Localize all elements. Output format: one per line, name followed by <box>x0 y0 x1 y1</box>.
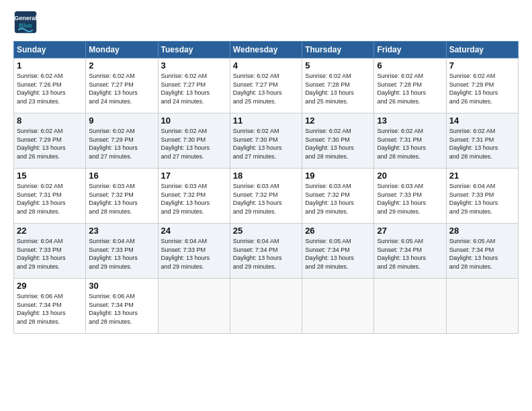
cell-content: Sunrise: 6:02 AMSunset: 7:28 PMDaylight:… <box>377 72 443 105</box>
calendar-week-row: 1Sunrise: 6:02 AMSunset: 7:26 PMDaylight… <box>14 58 519 113</box>
day-number: 23 <box>89 226 154 236</box>
day-of-week-header: Sunday <box>14 42 86 58</box>
day-number: 28 <box>449 226 515 236</box>
day-number: 6 <box>377 60 443 71</box>
calendar-cell: 2Sunrise: 6:02 AMSunset: 7:27 PMDaylight… <box>86 58 158 113</box>
cell-content: Sunrise: 6:05 AMSunset: 7:34 PMDaylight:… <box>377 237 443 271</box>
day-number: 18 <box>233 171 299 181</box>
calendar-cell: 5Sunrise: 6:02 AMSunset: 7:28 PMDaylight… <box>302 58 374 113</box>
day-number: 21 <box>449 171 515 181</box>
calendar-cell <box>302 279 374 334</box>
calendar-cell: 11Sunrise: 6:02 AMSunset: 7:30 PMDayligh… <box>230 113 302 169</box>
svg-text:Blue: Blue <box>19 22 32 29</box>
calendar-cell: 24Sunrise: 6:04 AMSunset: 7:33 PMDayligh… <box>158 224 230 279</box>
day-number: 24 <box>161 226 227 236</box>
calendar-cell: 4Sunrise: 6:02 AMSunset: 7:27 PMDaylight… <box>230 58 302 113</box>
calendar-week-row: 29Sunrise: 6:06 AMSunset: 7:34 PMDayligh… <box>14 279 519 334</box>
logo-icon: General Blue <box>13 10 38 34</box>
cell-content: Sunrise: 6:02 AMSunset: 7:27 PMDaylight:… <box>161 72 227 105</box>
cell-content: Sunrise: 6:02 AMSunset: 7:29 PMDaylight:… <box>17 127 83 161</box>
calendar-body: 1Sunrise: 6:02 AMSunset: 7:26 PMDaylight… <box>14 58 519 334</box>
calendar-cell: 15Sunrise: 6:02 AMSunset: 7:31 PMDayligh… <box>14 169 86 224</box>
calendar-header-row: SundayMondayTuesdayWednesdayThursdayFrid… <box>14 42 519 58</box>
day-number: 17 <box>161 171 227 181</box>
calendar-cell: 12Sunrise: 6:02 AMSunset: 7:30 PMDayligh… <box>302 113 374 169</box>
cell-content: Sunrise: 6:02 AMSunset: 7:30 PMDaylight:… <box>305 127 371 161</box>
cell-content: Sunrise: 6:04 AMSunset: 7:33 PMDaylight:… <box>161 237 227 271</box>
day-number: 30 <box>89 281 154 291</box>
day-number: 4 <box>233 60 299 71</box>
calendar-cell: 3Sunrise: 6:02 AMSunset: 7:27 PMDaylight… <box>158 58 230 113</box>
cell-content: Sunrise: 6:04 AMSunset: 7:33 PMDaylight:… <box>17 237 83 271</box>
day-number: 1 <box>17 60 83 71</box>
calendar-table: SundayMondayTuesdayWednesdayThursdayFrid… <box>13 41 519 334</box>
calendar-cell: 6Sunrise: 6:02 AMSunset: 7:28 PMDaylight… <box>374 58 446 113</box>
cell-content: Sunrise: 6:02 AMSunset: 7:29 PMDaylight:… <box>89 127 154 161</box>
day-number: 12 <box>305 116 371 126</box>
day-of-week-header: Monday <box>86 42 158 58</box>
day-of-week-header: Friday <box>374 42 446 58</box>
calendar-week-row: 8Sunrise: 6:02 AMSunset: 7:29 PMDaylight… <box>14 113 519 169</box>
svg-text:General: General <box>14 15 37 21</box>
day-number: 19 <box>305 171 371 181</box>
cell-content: Sunrise: 6:02 AMSunset: 7:26 PMDaylight:… <box>17 72 83 105</box>
page: General Blue SundayMondayTuesdayWednesda… <box>0 0 532 411</box>
cell-content: Sunrise: 6:03 AMSunset: 7:32 PMDaylight:… <box>89 182 154 216</box>
day-of-week-header: Wednesday <box>230 42 302 58</box>
day-number: 8 <box>17 116 83 126</box>
cell-content: Sunrise: 6:03 AMSunset: 7:33 PMDaylight:… <box>377 182 443 216</box>
calendar-cell: 18Sunrise: 6:03 AMSunset: 7:32 PMDayligh… <box>230 169 302 224</box>
calendar-cell: 30Sunrise: 6:06 AMSunset: 7:34 PMDayligh… <box>86 279 158 334</box>
day-number: 15 <box>17 171 83 181</box>
calendar-cell: 7Sunrise: 6:02 AMSunset: 7:29 PMDaylight… <box>446 58 518 113</box>
day-number: 11 <box>233 116 299 126</box>
calendar-cell: 29Sunrise: 6:06 AMSunset: 7:34 PMDayligh… <box>14 279 86 334</box>
cell-content: Sunrise: 6:02 AMSunset: 7:30 PMDaylight:… <box>233 127 299 161</box>
day-number: 29 <box>17 281 83 291</box>
calendar-cell: 22Sunrise: 6:04 AMSunset: 7:33 PMDayligh… <box>14 224 86 279</box>
calendar-cell <box>374 279 446 334</box>
cell-content: Sunrise: 6:02 AMSunset: 7:30 PMDaylight:… <box>161 127 227 161</box>
calendar-week-row: 22Sunrise: 6:04 AMSunset: 7:33 PMDayligh… <box>14 224 519 279</box>
day-number: 5 <box>305 60 371 71</box>
cell-content: Sunrise: 6:04 AMSunset: 7:33 PMDaylight:… <box>449 182 515 216</box>
cell-content: Sunrise: 6:05 AMSunset: 7:34 PMDaylight:… <box>305 237 371 271</box>
day-number: 25 <box>233 226 299 236</box>
day-number: 27 <box>377 226 443 236</box>
cell-content: Sunrise: 6:06 AMSunset: 7:34 PMDaylight:… <box>89 292 154 326</box>
calendar-cell: 28Sunrise: 6:05 AMSunset: 7:34 PMDayligh… <box>446 224 518 279</box>
cell-content: Sunrise: 6:06 AMSunset: 7:34 PMDaylight:… <box>17 292 83 326</box>
logo: General Blue <box>13 10 38 34</box>
calendar-cell: 26Sunrise: 6:05 AMSunset: 7:34 PMDayligh… <box>302 224 374 279</box>
cell-content: Sunrise: 6:02 AMSunset: 7:27 PMDaylight:… <box>89 72 154 105</box>
cell-content: Sunrise: 6:03 AMSunset: 7:32 PMDaylight:… <box>161 182 227 216</box>
calendar-cell: 10Sunrise: 6:02 AMSunset: 7:30 PMDayligh… <box>158 113 230 169</box>
calendar-cell: 17Sunrise: 6:03 AMSunset: 7:32 PMDayligh… <box>158 169 230 224</box>
calendar-cell <box>446 279 518 334</box>
cell-content: Sunrise: 6:04 AMSunset: 7:33 PMDaylight:… <box>89 237 154 271</box>
day-number: 16 <box>89 171 154 181</box>
cell-content: Sunrise: 6:05 AMSunset: 7:34 PMDaylight:… <box>449 237 515 271</box>
day-number: 13 <box>377 116 443 126</box>
cell-content: Sunrise: 6:02 AMSunset: 7:29 PMDaylight:… <box>449 72 515 105</box>
calendar-cell: 1Sunrise: 6:02 AMSunset: 7:26 PMDaylight… <box>14 58 86 113</box>
calendar-cell: 8Sunrise: 6:02 AMSunset: 7:29 PMDaylight… <box>14 113 86 169</box>
day-number: 3 <box>161 60 227 71</box>
calendar-cell <box>158 279 230 334</box>
cell-content: Sunrise: 6:02 AMSunset: 7:31 PMDaylight:… <box>449 127 515 161</box>
day-number: 2 <box>89 60 154 71</box>
day-number: 10 <box>161 116 227 126</box>
cell-content: Sunrise: 6:04 AMSunset: 7:34 PMDaylight:… <box>233 237 299 271</box>
calendar-cell: 19Sunrise: 6:03 AMSunset: 7:32 PMDayligh… <box>302 169 374 224</box>
header: General Blue <box>13 10 519 34</box>
day-number: 9 <box>89 116 154 126</box>
calendar-cell: 25Sunrise: 6:04 AMSunset: 7:34 PMDayligh… <box>230 224 302 279</box>
calendar-cell: 16Sunrise: 6:03 AMSunset: 7:32 PMDayligh… <box>86 169 158 224</box>
calendar-cell <box>230 279 302 334</box>
day-of-week-header: Thursday <box>302 42 374 58</box>
day-number: 20 <box>377 171 443 181</box>
calendar-cell: 9Sunrise: 6:02 AMSunset: 7:29 PMDaylight… <box>86 113 158 169</box>
calendar-cell: 23Sunrise: 6:04 AMSunset: 7:33 PMDayligh… <box>86 224 158 279</box>
cell-content: Sunrise: 6:02 AMSunset: 7:31 PMDaylight:… <box>377 127 443 161</box>
calendar-cell: 21Sunrise: 6:04 AMSunset: 7:33 PMDayligh… <box>446 169 518 224</box>
